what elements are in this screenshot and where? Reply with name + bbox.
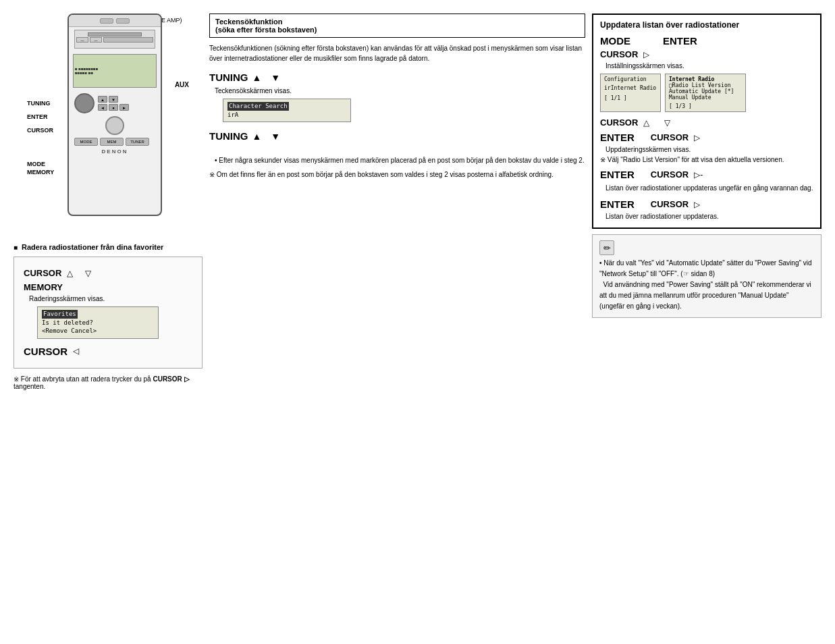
right-enter: ENTER: [663, 35, 697, 47]
right-enter4: ENTER: [600, 169, 635, 180]
left-column: AUX (MODE AMP) — —: [14, 14, 203, 392]
right-header-title: Uppdatera listan över radiostationer: [600, 20, 813, 30]
screen-deleted: Is it deleted?: [42, 319, 154, 327]
step3-row: CURSOR ◁: [24, 346, 192, 357]
right-cursor1: CURSOR: [600, 49, 638, 59]
tuning-label: TUNING: [27, 100, 51, 107]
tecken-title-1: Teckensökfunktion: [215, 18, 579, 26]
right-step5-row: ENTER CURSOR ▷: [600, 198, 813, 210]
right-cursor3-arrow: ▷: [694, 133, 700, 142]
right-enter5: ENTER: [600, 198, 635, 210]
step1-row: CURSOR △ ▽: [24, 268, 192, 278]
rsr-line3: Automatic Update [*]: [669, 88, 742, 95]
rsr-line4: Manual Update: [669, 95, 742, 101]
memory-label-device: MEMORY: [27, 169, 54, 176]
mid-tuning2-up: ▲: [252, 131, 262, 142]
right-cursor2-down: ▽: [664, 118, 670, 128]
enter-label: ENTER: [27, 113, 48, 120]
right-step3-row: ENTER CURSOR ▷: [600, 132, 813, 143]
radera-heading: Radera radiostationer från dina favorite…: [14, 243, 203, 251]
right-step1-cursor-row: CURSOR ▷: [600, 49, 813, 59]
note-cursor-right: CURSOR ▷: [153, 375, 189, 383]
radera-note: ※ För att avbryta utan att radera trycke…: [14, 375, 203, 390]
right-step4-row: ENTER CURSOR ▷-: [600, 169, 813, 180]
right-step3-bullet: Uppdateringsskärmen visas.: [605, 146, 813, 153]
device-body: — — ■ ■■■■■■■■ ■■■■■ ■■ ▲ ▼: [68, 14, 162, 216]
right-header: Uppdatera listan över radiostationer MOD…: [592, 14, 821, 229]
radera-section: Radera radiostationer från dina favorite…: [14, 243, 203, 390]
tecken-description: Teckensökfunktionen (sökning efter först…: [209, 43, 585, 63]
mid-step1-row: TUNING ▲ ▼: [209, 72, 585, 83]
right-screen-right: Internet Radio □Radio List Version Autom…: [665, 74, 746, 112]
right-screen-container: Configuration irInternet Radio [ 1/1 ] I…: [600, 74, 813, 112]
char-search-line2: irA: [227, 111, 346, 119]
mid-step2-row: TUNING ▲ ▼: [209, 130, 585, 142]
note-suffix: tangenten.: [14, 383, 45, 390]
right-cursor1-arrow: ▷: [643, 50, 649, 59]
cursor-left-arrow: ◁: [73, 346, 79, 356]
mid-tuning-up: ▲: [252, 72, 262, 83]
mid-step1-bullet: Teckensökskärmen visas.: [215, 87, 585, 95]
mid-tuning2-down: ▼: [271, 131, 280, 142]
cursor-label-device: CURSOR: [27, 127, 53, 134]
mid-column: Teckensökfunktion (söka efter första bok…: [209, 14, 585, 392]
mid-tuning-2: TUNING: [209, 130, 248, 142]
rsl-line5: [ 1/1 ]: [604, 95, 657, 101]
rsr-line6: [ 1/3 ]: [669, 103, 742, 109]
note-prefix: För att avbryta utan att radera trycker …: [21, 375, 151, 383]
mid-tuning-down: ▼: [271, 72, 280, 83]
right-step4-bullet: Listan över radiostationer uppdateras un…: [605, 183, 813, 193]
tecken-title-2: (söka efter första bokstaven): [215, 26, 579, 34]
right-cursor2: CURSOR: [600, 117, 638, 128]
rsl-line3: irInternet Radio: [604, 85, 657, 91]
down-arrow: ▽: [85, 269, 91, 278]
right-step5-bullet: Listan över radiostationer uppdateras.: [605, 213, 813, 220]
right-step3-note: Välj "Radio List Version" för att visa d…: [600, 156, 813, 163]
device-illustration: AUX (MODE AMP) — —: [27, 14, 189, 230]
char-search-highlight: Character Search: [227, 102, 289, 111]
mid-note1: • Efter några sekunder visas menyskärmen…: [215, 155, 585, 165]
radera-bullet1: Raderingsskärmen visas.: [29, 295, 192, 302]
right-screen-left: Configuration irInternet Radio [ 1/1 ]: [600, 74, 661, 112]
right-step1-bullet: Inställningsskärmen visas.: [605, 62, 813, 70]
rsl-line1: Configuration: [604, 76, 657, 82]
cursor-up-label: CURSOR: [24, 268, 61, 278]
right-cursor3: CURSOR: [651, 132, 689, 142]
screen-favorites: Favorites: [42, 310, 78, 319]
radera-box: CURSOR △ ▽ MEMORY Raderingsskärmen visas…: [14, 257, 203, 369]
mode-label-device: MODE: [27, 161, 45, 167]
pencil-icon: ✏: [599, 240, 614, 255]
right-note-box: ✏ • När du valt "Yes" vid "Automatic Upd…: [592, 234, 821, 318]
mid-tuning-1: TUNING: [209, 72, 248, 83]
right-step2-row: CURSOR △ ▽: [600, 117, 813, 128]
right-cursor4: CURSOR: [651, 169, 689, 180]
up-arrow: △: [67, 269, 73, 278]
right-cursor5-arrow: ▷: [694, 200, 700, 209]
memory-step-label: MEMORY: [24, 282, 63, 292]
mid-note2: Om det finns fler än en post som börjar …: [209, 169, 585, 180]
cursor-left-label: CURSOR: [24, 346, 68, 357]
screen-remove-cancel: <Remove Cancel>: [42, 327, 154, 336]
rsr-line2: □Radio List Version: [669, 82, 742, 88]
character-search-screen: Character Search irA: [223, 99, 351, 122]
aux-label: AUX: [175, 81, 189, 88]
right-mode: MODE: [600, 35, 630, 47]
right-column: Uppdatera listan över radiostationer MOD…: [592, 14, 821, 392]
right-cursor4-arrow: ▷-: [694, 170, 703, 180]
right-step1-row: MODE ENTER: [600, 35, 813, 47]
step2-row: MEMORY: [24, 282, 192, 292]
radera-screen: Favorites Is it deleted? <Remove Cancel>: [37, 306, 159, 339]
tecken-header-box: Teckensökfunktion (söka efter första bok…: [209, 14, 585, 38]
right-cursor2-up: △: [643, 118, 649, 128]
rsr-line1: Internet Radio: [669, 76, 742, 82]
right-enter3: ENTER: [600, 132, 635, 143]
right-cursor5: CURSOR: [651, 199, 689, 209]
right-note-text: • När du valt "Yes" vid "Automatic Updat…: [599, 258, 814, 312]
